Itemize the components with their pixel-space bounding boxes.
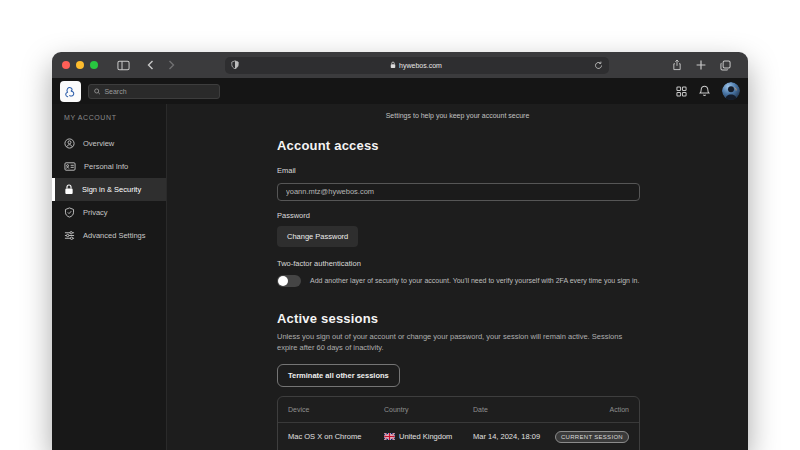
3ds-logo[interactable] <box>60 81 81 102</box>
date-cell: Mar 14, 2024, 18:09 <box>473 432 555 441</box>
sidebar-item-sign-in-security[interactable]: Sign in & Security <box>52 178 166 201</box>
sidebar-section-label: MY ACCOUNT <box>52 114 166 121</box>
header-device: Device <box>288 406 384 413</box>
sessions-table-header: Device Country Date Action <box>278 397 639 423</box>
email-label: Email <box>277 166 640 175</box>
sidebar-item-label: Personal Info <box>84 162 128 171</box>
traffic-lights <box>62 61 98 69</box>
back-icon[interactable] <box>147 60 154 70</box>
sliders-icon <box>64 230 75 241</box>
browser-window: hywebos.com <box>52 52 748 450</box>
sidebar: MY ACCOUNT Overview Personal Info <box>52 104 167 450</box>
sidebar-item-label: Overview <box>83 139 114 148</box>
active-sessions-description: Unless you sign out of your account or c… <box>277 331 640 354</box>
zoom-window-button[interactable] <box>90 61 98 69</box>
minimize-window-button[interactable] <box>76 61 84 69</box>
sidebar-item-label: Privacy <box>83 208 108 217</box>
current-session-badge: CURRENT SESSION <box>555 431 629 443</box>
header-date: Date <box>473 406 610 413</box>
change-password-button[interactable]: Change Password <box>277 226 358 247</box>
sidebar-item-overview[interactable]: Overview <box>52 132 166 155</box>
two-factor-description: Add another layer of security to your ac… <box>310 277 639 284</box>
search-input[interactable] <box>104 88 214 95</box>
close-window-button[interactable] <box>62 61 70 69</box>
sidebar-toggle-icon[interactable] <box>117 60 130 71</box>
section-title-active-sessions: Active sessions <box>277 311 640 326</box>
bell-icon[interactable] <box>699 85 710 97</box>
header-country: Country <box>384 406 473 413</box>
page-subtitle: Settings to help you keep your account s… <box>167 112 748 119</box>
user-circle-icon <box>64 138 75 149</box>
sessions-table: Device Country Date Action Mac OS X on C… <box>277 396 640 450</box>
browser-toolbar: hywebos.com <box>52 52 748 78</box>
address-bar[interactable]: hywebos.com <box>225 57 609 74</box>
sidebar-item-advanced-settings[interactable]: Advanced Settings <box>52 224 166 247</box>
device-cell: Mac OS X on Chrome <box>288 432 384 441</box>
sidebar-item-label: Sign in & Security <box>82 185 141 194</box>
forward-icon[interactable] <box>168 60 175 70</box>
two-factor-label: Two-factor authentication <box>277 259 640 268</box>
id-card-icon <box>64 161 76 172</box>
search-icon <box>94 88 100 95</box>
app-search[interactable] <box>88 84 220 99</box>
apps-grid-icon[interactable] <box>676 86 687 97</box>
share-icon[interactable] <box>672 59 682 71</box>
shield-check-icon <box>64 207 75 218</box>
sidebar-item-personal-info[interactable]: Personal Info <box>52 155 166 178</box>
flag-uk-icon <box>384 433 395 440</box>
email-field[interactable] <box>277 183 640 201</box>
password-label: Password <box>277 211 640 220</box>
refresh-icon[interactable] <box>594 61 603 70</box>
country-cell: United Kingdom <box>384 432 473 441</box>
avatar[interactable] <box>722 82 740 100</box>
tab-overview-icon[interactable] <box>720 60 731 71</box>
sidebar-item-privacy[interactable]: Privacy <box>52 201 166 224</box>
app-header <box>52 78 748 104</box>
lock-icon <box>64 184 74 195</box>
lock-icon <box>390 61 396 69</box>
two-factor-toggle[interactable] <box>277 275 301 287</box>
new-tab-icon[interactable] <box>696 60 706 70</box>
url-text: hywebos.com <box>239 61 594 69</box>
header-action: Action <box>610 406 629 413</box>
sidebar-item-label: Advanced Settings <box>83 231 146 240</box>
terminate-all-sessions-button[interactable]: Terminate all other sessions <box>277 364 400 387</box>
privacy-shield-icon[interactable] <box>231 60 239 70</box>
main-content: Settings to help you keep your account s… <box>167 104 748 450</box>
table-row: Mac OS X on Chrome United Kingdom <box>278 423 639 450</box>
section-title-account-access: Account access <box>277 138 640 153</box>
